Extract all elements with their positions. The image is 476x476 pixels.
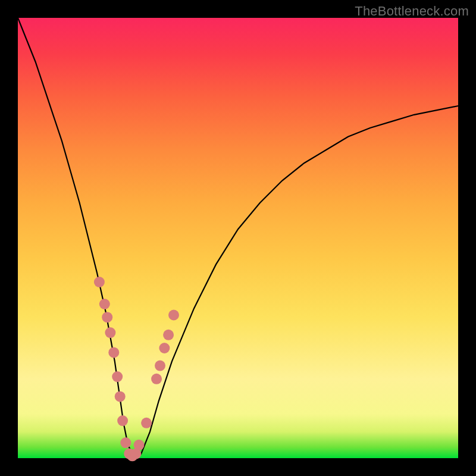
data-marker: [120, 437, 131, 448]
data-marker: [168, 310, 179, 321]
data-marker: [155, 361, 165, 371]
data-marker: [134, 440, 145, 450]
bottleneck-curve: [18, 18, 458, 458]
data-marker: [108, 347, 119, 358]
attribution-watermark: TheBottleneck.com: [355, 4, 469, 19]
plot-svg: [18, 18, 458, 458]
data-marker: [99, 299, 110, 309]
data-marker: [151, 374, 162, 384]
chart-area: [18, 18, 458, 458]
data-marker: [115, 391, 126, 402]
data-marker: [102, 312, 112, 322]
data-marker: [94, 277, 105, 287]
data-marker: [141, 418, 152, 428]
data-marker: [117, 415, 128, 426]
marker-group: [94, 277, 179, 461]
data-marker: [105, 327, 115, 338]
data-marker: [163, 330, 174, 340]
data-marker: [159, 343, 170, 353]
data-marker: [112, 371, 123, 382]
